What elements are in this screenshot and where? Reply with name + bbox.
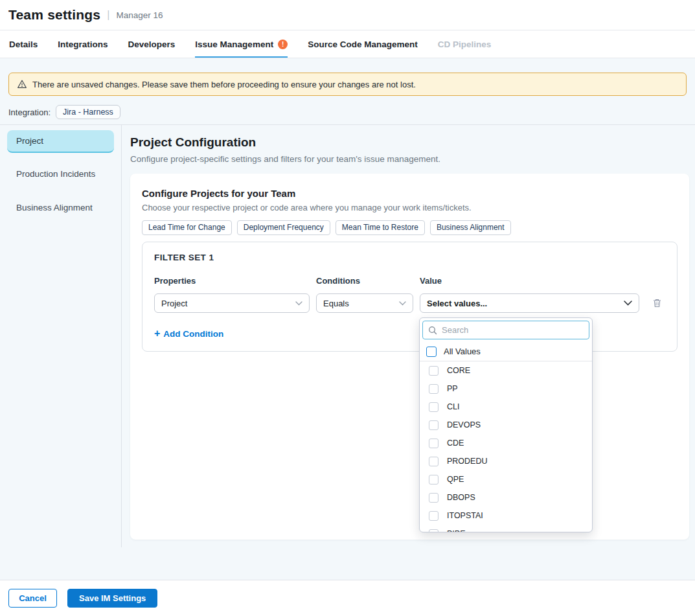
chip-deployment-frequency[interactable]: Deployment Frequency [237,220,330,235]
section-subtitle: Configure project-specific settings and … [130,154,440,164]
option-pipe[interactable]: PIPE [420,525,592,532]
option-checkbox[interactable] [429,493,439,503]
option-prodedu[interactable]: PRODEDU [420,452,592,470]
integration-chip[interactable]: Jira - Harness [56,105,120,119]
tab-details[interactable]: Details [9,30,38,58]
unsaved-changes-banner: There are unsaved changes. Please save t… [8,73,687,96]
page-title: Team settings [8,7,100,23]
filter-set-title: FILTER SET 1 [154,253,665,262]
filter-set-card: FILTER SET 1 Properties Conditions Value… [142,242,678,352]
sidebar-item-production-incidents[interactable]: Production Incidents [7,163,114,185]
option-qpe[interactable]: QPE [420,470,592,488]
select-all-values-option[interactable]: All Values [420,342,592,361]
section-title: Project Configuration [130,135,256,150]
property-select[interactable]: Project [154,293,310,313]
integration-label: Integration: [8,108,51,117]
value-multiselect[interactable]: Select values... [420,293,639,313]
integration-row: Integration: Jira - Harness [8,104,120,120]
metric-chips: Lead Time for Change Deployment Frequenc… [142,220,678,235]
tab-issue-management[interactable]: Issue Management ! [195,30,288,58]
delete-condition-button[interactable] [652,298,662,308]
option-cde[interactable]: CDE [420,434,592,452]
card-subtitle: Choose your respective project or code a… [142,203,678,212]
option-checkbox[interactable] [429,511,439,521]
team-name: Manager 16 [116,10,163,20]
option-checkbox[interactable] [429,402,439,412]
condition-select[interactable]: Equals [316,293,413,313]
option-dbops[interactable]: DBOPS [420,488,592,507]
chevron-down-icon [624,301,632,306]
filter-column-headers: Properties Conditions Value [154,276,665,286]
tab-source-code-management[interactable]: Source Code Management [308,30,418,58]
save-im-settings-button[interactable]: Save IM Settings [67,589,157,608]
trash-icon [652,298,662,308]
main-pane: Project Configuration Configure project-… [122,125,695,580]
option-core[interactable]: CORE [420,361,592,380]
option-pp[interactable]: PP [420,380,592,398]
chevron-down-icon [295,301,302,306]
cancel-button[interactable]: Cancel [8,589,57,608]
filter-condition-row: Project Equals Select values... [154,293,665,313]
option-checkbox[interactable] [429,529,439,533]
option-cli[interactable]: CLI [420,398,592,416]
tab-cd-pipelines: CD Pipelines [438,30,492,58]
tab-integrations[interactable]: Integrations [58,30,108,58]
chip-lead-time-for-change[interactable]: Lead Time for Change [142,220,232,235]
option-checkbox[interactable] [429,439,439,448]
sidebar-item-project[interactable]: Project [7,130,114,153]
option-checkbox[interactable] [429,366,439,376]
search-icon [428,326,437,335]
warning-icon [17,79,27,89]
unsaved-warning-badge: ! [278,40,288,49]
option-checkbox[interactable] [429,420,439,430]
configure-projects-card: Configure Projects for your Team Choose … [130,174,689,540]
chip-mean-time-to-restore[interactable]: Mean Time to Restore [336,220,425,235]
tab-bar: Details Integrations Developers Issue Ma… [0,30,695,58]
tab-developers[interactable]: Developers [128,30,176,58]
plus-icon: + [154,328,160,339]
option-devops[interactable]: DEVOPS [420,416,592,434]
chevron-down-icon [399,301,406,306]
footer-action-bar: Cancel Save IM Settings [0,580,695,616]
value-dropdown-popup: All Values CORE PP CLI DEVOPS CDE PRODED… [419,317,593,532]
title-separator: | [107,9,109,21]
chip-business-alignment[interactable]: Business Alignment [430,220,511,235]
sidebar-item-business-alignment[interactable]: Business Alignment [7,196,114,219]
dropdown-options-list: CORE PP CLI DEVOPS CDE PRODEDU QPE DBOP [420,361,592,532]
settings-sidebar: Project Production Incidents Business Al… [0,125,122,547]
page-header: Team settings | Manager 16 [0,0,695,30]
option-checkbox[interactable] [429,475,439,485]
value-column-label: Value [420,276,639,286]
dropdown-search-box[interactable] [422,321,589,339]
search-input[interactable] [442,325,584,335]
option-checkbox[interactable] [429,457,439,466]
add-condition-button[interactable]: + Add Condition [154,328,223,339]
properties-column-label: Properties [154,276,310,286]
option-itopstai[interactable]: ITOPSTAI [420,507,592,525]
conditions-column-label: Conditions [316,276,413,286]
banner-text: There are unsaved changes. Please save t… [32,80,416,89]
option-checkbox[interactable] [429,384,439,394]
all-values-checkbox[interactable] [426,347,437,357]
card-title: Configure Projects for your Team [142,188,678,199]
